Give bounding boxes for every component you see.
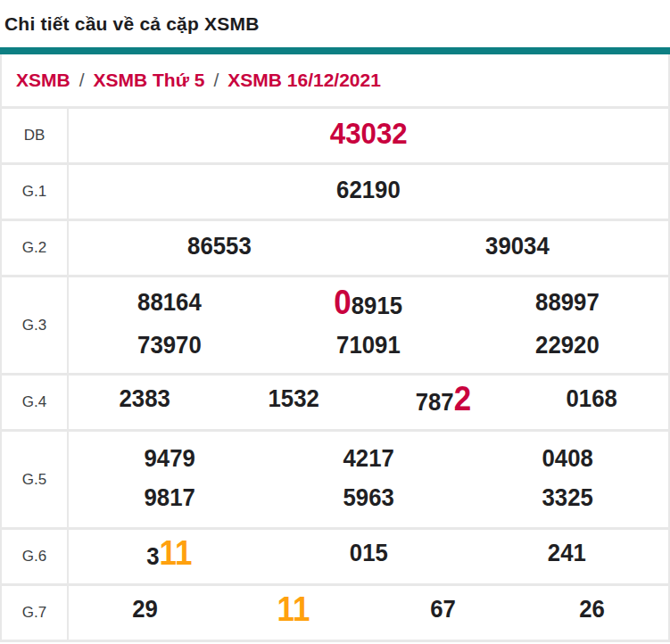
result-number: 62190	[336, 172, 401, 208]
digit-part: 787	[415, 388, 453, 416]
digit-part: 29	[132, 595, 158, 623]
result-number: 4217	[343, 441, 393, 476]
result-number: 73970	[138, 327, 203, 363]
result-number: 311	[147, 535, 193, 574]
result-number: 9479	[145, 441, 195, 476]
digit-part: 86553	[187, 232, 252, 260]
result-number: 29	[132, 591, 158, 627]
row-label: G.6	[2, 530, 69, 583]
number-line: 8655339034	[70, 228, 666, 268]
row-label: G.4	[2, 376, 69, 429]
digit-part: 88164	[138, 288, 203, 316]
number-line: 62190	[70, 172, 666, 211]
table-row: DB43032	[2, 109, 668, 165]
row-content: 311015241	[69, 530, 668, 583]
breadcrumb: XSMB/XSMB Thứ 5/XSMB 16/12/2021	[2, 54, 668, 109]
result-number: 2383	[120, 381, 170, 417]
row-label: G.3	[2, 277, 69, 373]
result-number: 1532	[269, 381, 319, 417]
table-row: G.42383153278720168	[2, 376, 668, 432]
digit-part: 39034	[485, 232, 550, 260]
digit-part: 26	[579, 595, 605, 623]
result-number: 08915	[335, 285, 403, 324]
number-line: 43032	[70, 115, 666, 157]
digit-part: 71091	[336, 331, 401, 359]
result-number: 39034	[485, 228, 550, 264]
row-label: DB	[2, 109, 69, 162]
digit-part: 88997	[535, 288, 600, 316]
digit-part: 1532	[269, 384, 319, 412]
digit-part: 3325	[542, 483, 592, 511]
digit-part: 3	[147, 542, 160, 570]
number-line: 947942170408	[70, 441, 666, 480]
result-number: 9817	[145, 480, 195, 516]
breadcrumb-separator: /	[204, 70, 227, 91]
row-content: 2383153278720168	[69, 376, 668, 429]
number-line: 881640891588997	[70, 285, 666, 327]
highlighted-digit: 43032	[330, 116, 408, 150]
number-line: 311015241	[70, 535, 666, 578]
result-number: 71091	[336, 327, 401, 363]
digit-part: 8915	[352, 292, 402, 319]
digit-part: 9479	[145, 444, 195, 472]
page-title: Chi tiết cầu về cả cặp XSMB	[0, 0, 670, 47]
row-label: G.5	[2, 432, 69, 527]
result-number: 0168	[567, 381, 617, 417]
highlighted-digit: 2	[453, 380, 470, 417]
result-number: 26	[579, 591, 605, 627]
digit-part: 22920	[535, 331, 600, 359]
results-panel: XSMB/XSMB Thứ 5/XSMB 16/12/2021 DB43032G…	[0, 54, 670, 642]
digit-part: 241	[548, 539, 586, 566]
result-number: 67	[430, 591, 456, 627]
table-row: G.5947942170408981759633325	[2, 432, 668, 530]
digit-part: 62190	[336, 176, 401, 203]
table-row: G.6311015241	[2, 530, 668, 586]
breadcrumb-link[interactable]: XSMB 16/12/2021	[227, 70, 381, 91]
result-number: 5963	[343, 480, 393, 516]
digit-part: 0168	[567, 384, 617, 412]
digit-part: 5963	[343, 483, 393, 511]
row-label: G.7	[2, 586, 69, 640]
number-line: 29116726	[70, 591, 666, 634]
row-label: G.2	[2, 221, 69, 275]
row-content: 43032	[69, 109, 668, 162]
results-table: DB43032G.162190G.28655339034G.3881640891…	[2, 109, 668, 642]
table-row: G.729116726	[2, 586, 668, 642]
digit-part: 0408	[542, 444, 592, 472]
result-number: 88164	[138, 285, 203, 320]
row-content: 62190	[69, 165, 668, 219]
page: Chi tiết cầu về cả cặp XSMB XSMB/XSMB Th…	[0, 0, 670, 644]
digit-part: 4217	[343, 444, 393, 472]
row-content: 947942170408981759633325	[69, 432, 668, 527]
table-row: G.162190	[2, 165, 668, 221]
breadcrumb-link[interactable]: XSMB Thứ 5	[94, 70, 205, 91]
row-content: 881640891588997739707109122920	[69, 277, 668, 373]
row-content: 29116726	[69, 586, 668, 640]
digit-part: 015	[349, 539, 387, 566]
table-row: G.3881640891588997739707109122920	[2, 277, 668, 376]
result-number: 86553	[187, 228, 252, 264]
result-number: 22920	[535, 327, 600, 363]
result-number: 7872	[415, 381, 470, 420]
result-number: 241	[548, 535, 586, 571]
accent-bar	[0, 47, 670, 54]
result-number: 43032	[330, 115, 408, 153]
result-number: 0408	[542, 441, 592, 476]
digit-part: 9817	[145, 483, 195, 511]
breadcrumb-link[interactable]: XSMB	[16, 70, 70, 91]
row-content: 8655339034	[69, 221, 668, 275]
highlighted-digit: 11	[160, 534, 193, 572]
highlighted-digit: 11	[277, 590, 310, 628]
number-line: 739707109122920	[70, 327, 666, 367]
result-number: 3325	[542, 480, 592, 516]
row-label: G.1	[2, 165, 69, 219]
digit-part: 73970	[138, 331, 203, 359]
number-line: 2383153278720168	[70, 381, 666, 424]
result-number: 11	[277, 591, 310, 631]
table-row: G.28655339034	[2, 221, 668, 277]
digit-part: 2383	[120, 384, 170, 412]
highlighted-digit: 0	[335, 284, 352, 321]
result-number: 88997	[535, 285, 600, 320]
breadcrumb-separator: /	[70, 70, 94, 91]
result-number: 015	[349, 535, 387, 571]
